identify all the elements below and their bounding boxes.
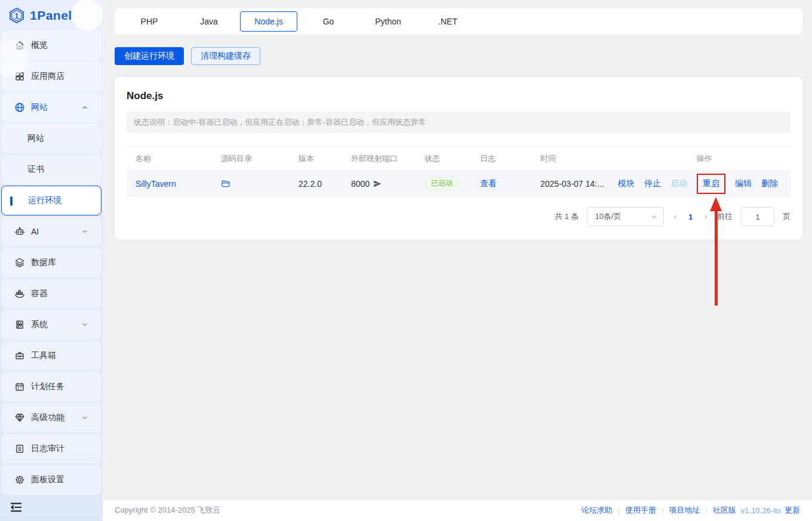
community-edition-link[interactable]: 社区版 <box>713 505 736 516</box>
forum-help-link[interactable]: 论坛求助 <box>582 505 613 516</box>
sidebar-item-label: 运行环境 <box>28 195 61 206</box>
sidebar-item-label: 网站 <box>31 102 48 113</box>
sidebar-item-label: 证书 <box>27 164 44 175</box>
page-size-value: 10条/页 <box>595 211 621 222</box>
sidebar-item-system[interactable]: 系统 <box>1 310 102 340</box>
sidebar-item-toolbox[interactable]: 工具箱 <box>1 341 102 371</box>
collapse-menu-icon <box>10 502 93 513</box>
sidebar-item-label: 概览 <box>31 40 48 51</box>
sidebar-collapse-button[interactable] <box>0 495 103 521</box>
view-log-link[interactable]: 查看 <box>480 178 497 189</box>
sidebar-item-label: AI <box>31 227 39 236</box>
sidebar-item-website[interactable]: 网站 <box>1 93 102 122</box>
sidebar-item-runtime[interactable]: 运行环境 <box>1 186 102 215</box>
app-logo[interactable]: 1 1Panel <box>0 0 103 30</box>
sidebar-item-database[interactable]: 数据库 <box>1 248 102 278</box>
sidebar-item-label: 计划任务 <box>31 381 64 392</box>
status-badge: 已启动 <box>425 177 459 190</box>
tab-nodejs[interactable]: Node.js <box>240 11 297 32</box>
sidebar-item-audit-log[interactable]: 日志审计 <box>1 434 102 464</box>
user-manual-link[interactable]: 使用手册 <box>625 505 656 516</box>
sidebar-item-label: 应用商店 <box>31 71 64 82</box>
restart-action[interactable]: 重启 <box>697 174 725 194</box>
col-header-time: 时间 <box>531 153 609 164</box>
sidebar-item-ai[interactable]: AI <box>1 217 102 246</box>
goto-page-input[interactable] <box>741 207 774 226</box>
sidebar-item-label: 系统 <box>31 319 48 330</box>
sidebar-item-overview[interactable]: 概览 <box>1 30 102 60</box>
runtime-tabbar: PHP Java Node.js Go Python .NET <box>115 8 802 35</box>
sidebar-item-app-store[interactable]: 应用商店 <box>1 61 102 91</box>
col-header-status: 状态 <box>416 153 471 164</box>
row-operations: 模块 停止 启动 重启 编辑 删除 <box>609 178 791 189</box>
current-page[interactable]: 1 <box>686 212 695 221</box>
prev-page-button[interactable]: ‹ <box>672 212 678 221</box>
runtime-port: 8000 <box>351 179 370 189</box>
container-icon <box>14 288 25 299</box>
svg-text:1: 1 <box>15 11 19 20</box>
col-header-name: 名称 <box>127 153 212 164</box>
goto-label: 前往 <box>717 211 733 222</box>
tab-java[interactable]: Java <box>179 17 239 26</box>
tab-go[interactable]: Go <box>299 17 358 26</box>
sidebar-item-website-sub[interactable]: 网站 <box>1 124 102 153</box>
tab-python[interactable]: Python <box>358 17 418 26</box>
delete-action[interactable]: 删除 <box>761 178 778 189</box>
update-link[interactable]: 更新 <box>785 505 800 516</box>
pagination: 共 1 条 10条/页 ‹ 1 › 前往 页 <box>127 207 791 226</box>
sidebar-item-label: 网站 <box>27 133 44 144</box>
project-url-link[interactable]: 项目地址 <box>669 505 700 516</box>
footer-links: 论坛求助 | 使用手册 | 项目地址 | 社区版 v1.10.26-lts 更新 <box>582 505 800 516</box>
chevron-down-icon <box>81 321 88 328</box>
next-page-button[interactable]: › <box>703 212 709 221</box>
sidebar: 1 1Panel 概览 应用商店 网站 网站 <box>0 0 103 521</box>
pagination-total: 共 1 条 <box>555 211 579 222</box>
tab-dotnet[interactable]: .NET <box>418 17 478 26</box>
send-icon[interactable] <box>373 180 382 188</box>
gear-icon <box>14 474 25 485</box>
folder-icon[interactable] <box>221 179 230 189</box>
sidebar-item-cron[interactable]: 计划任务 <box>1 372 102 402</box>
robot-icon <box>14 226 25 237</box>
col-header-operations: 操作 <box>609 153 791 164</box>
divider: | <box>662 506 663 515</box>
sidebar-item-container[interactable]: 容器 <box>1 279 102 309</box>
card-title: Node.js <box>127 90 791 102</box>
sidebar-item-advanced[interactable]: 高级功能 <box>1 403 102 433</box>
chevron-down-icon <box>81 228 88 235</box>
runtime-name-link[interactable]: SillyTavern <box>136 179 176 189</box>
divider: | <box>705 506 707 515</box>
app-logo-text: 1Panel <box>30 8 72 23</box>
calendar-icon <box>14 381 25 392</box>
page-unit-label: 页 <box>783 211 791 222</box>
start-action[interactable]: 启动 <box>670 178 687 189</box>
gem-icon <box>14 412 25 423</box>
sidebar-item-panel-settings[interactable]: 面板设置 <box>1 465 102 495</box>
runtime-time: 2025-03-07 14:... <box>540 179 604 189</box>
sidebar-item-certificate[interactable]: 证书 <box>1 155 102 184</box>
main-content: PHP Java Node.js Go Python .NET 创建运行环境 清… <box>103 0 812 239</box>
stop-action[interactable]: 停止 <box>644 178 661 189</box>
col-header-port: 外部映射端口 <box>342 153 416 164</box>
chevron-down-icon <box>651 214 657 220</box>
version-text[interactable]: v1.10.26-lts <box>741 506 781 515</box>
table-row: SillyTavern 22.2.0 8000 已启动 <box>127 171 791 196</box>
globe-icon <box>14 102 25 113</box>
clean-build-cache-button[interactable]: 清理构建缓存 <box>191 47 260 65</box>
toolbar: 创建运行环境 清理构建缓存 <box>115 47 802 65</box>
sidebar-item-label: 日志审计 <box>31 443 64 454</box>
1panel-logo-icon: 1 <box>8 7 25 24</box>
tab-php[interactable]: PHP <box>119 17 179 26</box>
chevron-down-icon <box>81 414 88 421</box>
create-runtime-button[interactable]: 创建运行环境 <box>115 47 184 65</box>
sidebar-item-label: 面板设置 <box>31 474 64 485</box>
footer: Copyright © 2014-2025 飞致云 论坛求助 | 使用手册 | … <box>103 499 812 521</box>
divider: | <box>618 506 620 515</box>
module-action[interactable]: 模块 <box>618 178 635 189</box>
runtime-card: Node.js 状态说明：启动中-容器已启动，但应用正在启动；异常-容器已启动，… <box>115 77 802 239</box>
database-icon <box>14 257 25 268</box>
sidebar-nav: 概览 应用商店 网站 网站 证书 运行环境 <box>0 30 103 495</box>
page-size-select[interactable]: 10条/页 <box>587 207 664 226</box>
status-note: 状态说明：启动中-容器已启动，但应用正在启动；异常-容器已启动，但应用状态异常 <box>127 112 791 133</box>
edit-action[interactable]: 编辑 <box>735 178 752 189</box>
